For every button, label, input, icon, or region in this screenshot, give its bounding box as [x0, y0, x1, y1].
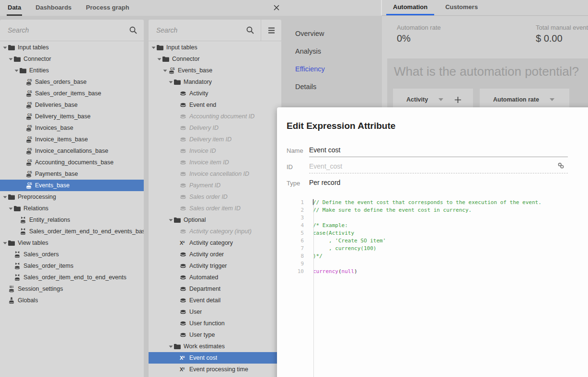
menu-icon[interactable]: [261, 20, 281, 41]
tree-item-label: Activity category (input): [189, 228, 252, 235]
expander-icon[interactable]: [8, 57, 14, 61]
tree-item-sales-orders-base[interactable]: CSSales_orders_base: [0, 76, 144, 88]
tree-item-sales-order-item-id[interactable]: Sales order item ID: [149, 203, 281, 214]
expander-icon[interactable]: [150, 46, 157, 50]
tree-item-activity-category-input[interactable]: Activity category (input): [149, 226, 281, 237]
tree-item-activity-category[interactable]: X²Activity category: [149, 237, 281, 249]
tree-item-events-base[interactable]: CSEvents_base: [149, 65, 281, 76]
tree-item-label: Deliveries_base: [35, 102, 78, 108]
tree-item-invoice-item-id[interactable]: Invoice item ID: [149, 157, 281, 168]
tree-item-delivery-items-base[interactable]: CSDelivery_items_base: [0, 111, 144, 122]
tree-item-automated[interactable]: Automated: [149, 272, 281, 283]
tree-item-events-base[interactable]: CSEvents_base: [0, 180, 144, 191]
tree-item-sales-order-id[interactable]: Sales order ID: [149, 191, 281, 203]
tree-item-invoice-cancellations-base[interactable]: CSInvoice_cancellations_base: [0, 145, 144, 157]
app-root: { "topbar": { "tabs": [ {"label": "Data"…: [0, 0, 588, 377]
tree-item-invoice-id[interactable]: Invoice ID: [149, 145, 281, 157]
expander-icon[interactable]: [168, 344, 174, 349]
tab-customers[interactable]: Customers: [438, 0, 484, 15]
svg-text:CS: CS: [27, 182, 32, 185]
tree-item-input-tables[interactable]: Input tables: [0, 42, 144, 53]
tree-item-delivery-item-id[interactable]: Delivery item ID: [149, 134, 281, 145]
tree-item-sales-order-items-base[interactable]: CSSales_order_items_base: [0, 88, 144, 99]
chevron-down-icon[interactable]: [438, 98, 443, 101]
tree-item-event-cost[interactable]: X²Event cost: [149, 352, 281, 364]
name-input[interactable]: Event cost: [309, 144, 568, 157]
tree-item-sales-orders[interactable]: Sales_orders: [0, 249, 144, 260]
expander-icon[interactable]: [8, 206, 14, 211]
tree-item-view-tables[interactable]: View tables: [0, 237, 144, 249]
tree-item-sales-order-item-end-to-end-events[interactable]: Sales_order_item_end_to_end_events: [0, 272, 144, 283]
tables-search-input[interactable]: [0, 26, 129, 34]
nav-item-efficiency[interactable]: Efficiency: [281, 60, 381, 78]
tree-item-activity[interactable]: Activity: [149, 88, 281, 99]
tab-process-graph[interactable]: Process graph: [85, 0, 130, 16]
tree-item-deliveries-base[interactable]: CSDeliveries_base: [0, 99, 144, 111]
tree-item-user-type[interactable]: User type: [149, 329, 281, 341]
tree-item-user[interactable]: User: [149, 306, 281, 318]
code-text: // Define the event cost that correspond…: [310, 199, 542, 206]
stat-value: 0%: [397, 33, 441, 44]
tree-item-sales-order-item-end-to-end-events-base[interactable]: Sales_order_item_end_to_end_events_base: [0, 226, 144, 237]
tree-item-entities[interactable]: Entities: [0, 65, 144, 76]
tree-item-preprocessing[interactable]: Preprocessing: [0, 191, 144, 203]
tree-item-label: Preprocessing: [18, 194, 56, 200]
tree-item-event-end[interactable]: Event end: [149, 99, 281, 111]
tree-item-connector[interactable]: Connector: [0, 53, 144, 65]
tree-item-globals[interactable]: Globals: [0, 295, 144, 306]
add-icon[interactable]: [454, 96, 461, 103]
tree-item-user-function[interactable]: User function: [149, 318, 281, 329]
tree-item-event-detail[interactable]: Event detail: [149, 295, 281, 306]
tab-data[interactable]: Data: [7, 0, 22, 16]
tree-item-department[interactable]: Department: [149, 283, 281, 295]
attributes-search-input[interactable]: [149, 26, 246, 34]
expander-icon[interactable]: [156, 57, 162, 61]
tree-item-optional[interactable]: Optional: [149, 214, 281, 226]
line-number: 5: [288, 229, 310, 237]
nav-item-analysis[interactable]: Analysis: [281, 43, 381, 60]
tree-item-invoices-base[interactable]: CSInvoices_base: [0, 122, 144, 134]
tree-item-label: Sales_order_items_base: [35, 90, 101, 97]
chevron-down-icon[interactable]: [550, 98, 554, 101]
expander-icon[interactable]: [2, 241, 8, 245]
expander-icon[interactable]: [162, 69, 168, 73]
tree-item-label: Input tables: [18, 44, 49, 51]
token-comment: // Make sure to define the event cost in…: [313, 207, 472, 213]
expander-icon[interactable]: [2, 46, 8, 50]
tree-item-activity-order[interactable]: Activity order: [149, 249, 281, 260]
tree-item-payment-id[interactable]: Payment ID: [149, 180, 281, 191]
tree-item-accounting-document-id[interactable]: Accounting document ID: [149, 111, 281, 122]
tree-item-invoice-items-base[interactable]: CSInvoice_items_base: [0, 134, 144, 145]
tree-item-connector[interactable]: Connector: [149, 53, 281, 65]
link-icon[interactable]: [557, 161, 565, 174]
expander-icon[interactable]: [2, 195, 8, 199]
id-label: ID: [287, 163, 309, 171]
tree-item-entity-relations[interactable]: Entity_relations: [0, 214, 144, 226]
expander-icon[interactable]: [168, 80, 174, 84]
tree-item-input-tables[interactable]: Input tables: [149, 42, 281, 53]
tree-item-relations[interactable]: Relations: [0, 203, 144, 214]
tree-item-activity-trigger[interactable]: Activity trigger: [149, 260, 281, 272]
expression-code-editor[interactable]: 1// Define the event cost that correspon…: [288, 199, 588, 377]
tree-item-accounting-documents-base[interactable]: CSAccounting_documents_base: [0, 157, 144, 168]
tab-automation[interactable]: Automation: [386, 0, 434, 15]
close-icon[interactable]: [271, 2, 282, 13]
nav-item-details[interactable]: Details: [281, 78, 381, 96]
tree-item-work-estimates[interactable]: Work estimates: [149, 341, 281, 352]
tree-item-session-settings[interactable]: Session_settings: [0, 283, 144, 295]
tree-item-event-processing-time[interactable]: X²Event processing time: [149, 364, 281, 375]
nav-item-overview[interactable]: Overview: [281, 25, 381, 43]
tree-item-delivery-id[interactable]: Delivery ID: [149, 122, 281, 134]
expander-icon[interactable]: [13, 69, 20, 73]
tree-item-invoice-cancellation-id[interactable]: Invoice cancellation ID: [149, 168, 281, 180]
tree-item-mandatory[interactable]: Mandatory: [149, 76, 281, 88]
top-tab-bar: DataDashboardsProcess graph: [0, 0, 381, 16]
tree-item-payments-base[interactable]: CSPayments_base: [0, 168, 144, 180]
tree-item-label: Event end: [189, 102, 216, 108]
disk-icon: [180, 274, 188, 281]
tree-item-sales-order-items[interactable]: Sales_order_items: [0, 260, 144, 272]
tab-dashboards[interactable]: Dashboards: [35, 0, 72, 16]
expander-icon[interactable]: [168, 218, 174, 222]
attributes-search-row: [149, 20, 281, 41]
folder-icon: [174, 80, 182, 85]
